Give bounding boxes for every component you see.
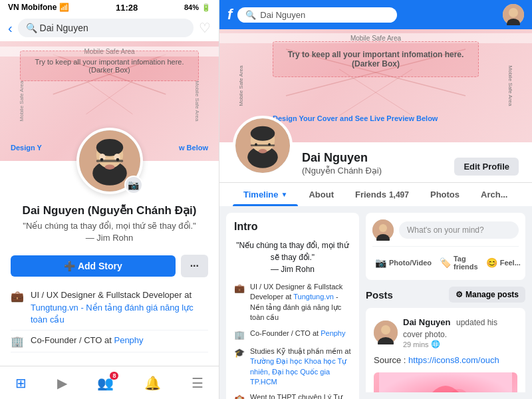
tab-about[interactable]: About bbox=[298, 183, 344, 206]
feeling-action[interactable]: 😊 Feel... bbox=[483, 252, 523, 273]
more-button[interactable]: ··· bbox=[181, 255, 208, 277]
svg-point-7 bbox=[96, 139, 122, 156]
action-buttons: ➕ Add Story ··· bbox=[0, 249, 219, 283]
intro-school-icon: 🏫 bbox=[234, 393, 245, 399]
tab-archive[interactable]: Arch... bbox=[470, 183, 518, 206]
post-card-header: Dai Nguyen updated his cover photo. 29 m… bbox=[374, 316, 517, 348]
svg-point-13 bbox=[104, 165, 114, 170]
tab-photos-label: Photos bbox=[430, 190, 460, 200]
svg-rect-25 bbox=[251, 144, 275, 146]
intro-company-icon: 🏢 bbox=[234, 329, 245, 341]
tag-friends-icon: 🏷️ bbox=[440, 257, 451, 268]
status-bar-right: 84% 🔋 bbox=[184, 3, 211, 12]
intro-box: Intro "Nếu chúng ta thay đổi, mọi thứ sẽ… bbox=[226, 213, 359, 399]
friends-nav-icon[interactable]: 👥8 bbox=[97, 375, 114, 391]
intro-study-text: Studies Kỹ thuật phần mềm at Trường Đại … bbox=[250, 346, 351, 388]
cover-safe-area-side-left: Mobile Safe Area bbox=[19, 81, 25, 122]
mobile-bottom-nav: ⊞ ▶ 👥8 🔔 ☰ bbox=[0, 366, 219, 399]
quote-author: — Jim Rohn bbox=[86, 233, 134, 243]
video-nav-icon[interactable]: ▶ bbox=[57, 375, 67, 391]
intro-company-text: Co-Founder / CTO at Penphy bbox=[250, 329, 345, 338]
feeling-icon: 😊 bbox=[486, 257, 497, 268]
desktop-profile-info: Dai Nguyen (Nguyễn Chánh Đại) bbox=[302, 151, 445, 176]
post-card: Dai Nguyen updated his cover photo. 29 m… bbox=[366, 308, 525, 392]
add-story-button[interactable]: ➕ Add Story bbox=[11, 255, 176, 277]
desktop-design-label: Design Your Cover and See Live Preview B… bbox=[273, 114, 438, 122]
work-icon: 💼 bbox=[11, 290, 24, 303]
heart-icon[interactable]: ♡ bbox=[199, 20, 211, 36]
wifi-icon: 📶 bbox=[59, 3, 69, 12]
desktop-topbar: f 🔍 Dai Nguyen bbox=[219, 0, 532, 29]
tab-friends[interactable]: Friends 1,497 bbox=[344, 183, 420, 206]
list-item: 🏫 Went to THPT chuyên Lý Tự Trọng bbox=[234, 392, 351, 399]
tab-timeline-label: Timeline bbox=[243, 190, 279, 200]
create-post-box: What's on your mind? 📷 Photo/Video 🏷️ Ta… bbox=[366, 213, 525, 280]
intro-work-text: UI / UX Designer & Fullstack Developer a… bbox=[250, 282, 351, 323]
battery-text: 84% bbox=[184, 3, 199, 11]
time-text: 29 mins bbox=[403, 340, 429, 348]
tab-timeline[interactable]: Timeline ▼ bbox=[233, 183, 298, 206]
post-card-author-action: Dai Nguyen updated his cover photo. bbox=[403, 316, 517, 340]
create-post-input[interactable]: What's on your mind? bbox=[399, 221, 519, 239]
desktop-cover-darker-box: Try to keep all your important infomatio… bbox=[273, 41, 479, 77]
avatar-section: 📷 bbox=[0, 128, 219, 200]
mobile-header: ‹ 🔍 Dai Nguyen ♡ bbox=[0, 15, 219, 41]
tab-about-label: About bbox=[309, 190, 334, 200]
search-bar-mobile[interactable]: 🔍 Dai Nguyen bbox=[18, 19, 194, 37]
time-display: 11:28 bbox=[116, 3, 138, 13]
intro-column: Intro "Nếu chúng ta thay đổi, mọi thứ sẽ… bbox=[226, 213, 359, 392]
posts-header: Posts ⚙ Manage posts bbox=[366, 287, 525, 303]
desktop-cover-safe-side-left: Mobile Safe Area bbox=[238, 66, 244, 106]
manage-posts-icon: ⚙ bbox=[456, 290, 463, 299]
back-button[interactable]: ‹ bbox=[8, 21, 13, 36]
list-item: 🎓 Studies Kỹ thuật phần mềm at Trường Đạ… bbox=[234, 346, 351, 388]
desktop-search[interactable]: 🔍 Dai Nguyen bbox=[237, 7, 397, 23]
intro-work-icon: 💼 bbox=[234, 283, 245, 295]
desktop-panel: f 🔍 Dai Nguyen Mobile Safe Area Mobile S… bbox=[219, 0, 532, 399]
source-text: Source : bbox=[374, 355, 406, 365]
svg-point-12 bbox=[116, 158, 119, 162]
intro-title: Intro bbox=[234, 221, 351, 233]
create-post-actions: 📷 Photo/Video 🏷️ Tag friends 😊 Feel... bbox=[372, 246, 519, 273]
desktop-darker-box-text: Try to keep all your important infomatio… bbox=[288, 50, 464, 59]
carrier-text: VN Mobifone bbox=[8, 3, 57, 12]
tab-photos[interactable]: Photos bbox=[420, 183, 470, 206]
darker-box-sub: (Darker Box) bbox=[88, 66, 130, 74]
search-icon: 🔍 bbox=[245, 10, 256, 20]
source-link[interactable]: https://icons8.com/ouch bbox=[408, 355, 499, 365]
friends-badge: 8 bbox=[110, 372, 118, 380]
manage-posts-button[interactable]: ⚙ Manage posts bbox=[449, 287, 525, 303]
tag-friends-action[interactable]: 🏷️ Tag friends bbox=[437, 252, 481, 273]
intro-quote-text: "Nếu chúng ta thay đổi, mọi thứ sẽ thay … bbox=[236, 241, 348, 262]
tab-archive-label: Arch... bbox=[481, 190, 507, 200]
profile-quote: "Nếu chúng ta thay đổi, mọi thứ sẽ thay … bbox=[8, 217, 211, 247]
cover-safe-area-side-right: Mobile Safe Area bbox=[194, 81, 200, 122]
menu-nav-icon[interactable]: ☰ bbox=[192, 375, 203, 391]
search-icon: 🔍 bbox=[26, 23, 37, 33]
add-story-icon: ➕ bbox=[64, 261, 75, 271]
list-item: 💼 UI / UX Designer & Fullstack Developer… bbox=[11, 285, 208, 331]
post-card-author-name: Dai Nguyen bbox=[403, 317, 451, 327]
edit-profile-button[interactable]: Edit Profile bbox=[454, 158, 519, 176]
desktop-main-content: Intro "Nếu chúng ta thay đổi, mọi thứ sẽ… bbox=[219, 206, 532, 399]
home-nav-icon[interactable]: ⊞ bbox=[15, 375, 27, 391]
status-bar: VN Mobifone 📶 11:28 84% 🔋 bbox=[0, 0, 219, 15]
list-item: 🏢 Co-Founder / CTO at Penphy bbox=[11, 331, 208, 352]
tab-friends-label: Friends bbox=[355, 190, 386, 200]
posts-title: Posts bbox=[366, 289, 393, 301]
intro-quote-author: — Jim Rohn bbox=[271, 265, 315, 274]
search-text: Dai Nguyen bbox=[260, 10, 305, 20]
desktop-tabs: Timeline ▼ About Friends 1,497 Photos Ar… bbox=[219, 182, 532, 206]
info-text-company: Co-Founder / CTO at Penphy bbox=[31, 334, 144, 346]
photo-video-action[interactable]: 📷 Photo/Video bbox=[372, 252, 434, 273]
svg-point-30 bbox=[379, 224, 387, 232]
tab-friends-count: 1,497 bbox=[389, 190, 409, 200]
desktop-user-avatar-top[interactable] bbox=[503, 4, 524, 25]
post-card-image bbox=[374, 372, 517, 393]
photo-video-icon: 📷 bbox=[375, 257, 386, 268]
mobile-panel: VN Mobifone 📶 11:28 84% 🔋 ‹ 🔍 Dai Nguyen… bbox=[0, 0, 219, 399]
bell-nav-icon[interactable]: 🔔 bbox=[144, 375, 161, 391]
avatar-camera-icon[interactable]: 📷 bbox=[124, 176, 143, 194]
intro-quote: "Nếu chúng ta thay đổi, mọi thứ sẽ thay … bbox=[234, 239, 351, 275]
manage-posts-label: Manage posts bbox=[466, 290, 519, 299]
